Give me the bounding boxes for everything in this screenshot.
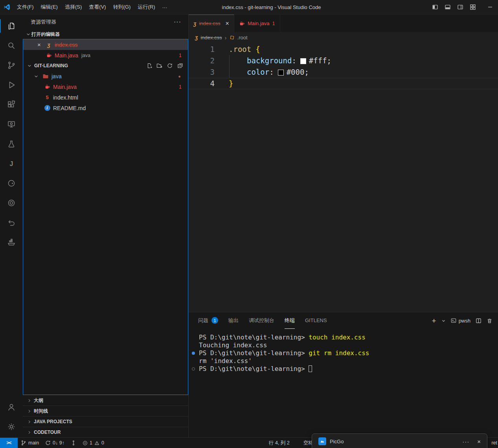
open-editor-item-main-java[interactable]: Main.java java 1 xyxy=(23,50,188,61)
codetour-icon[interactable] xyxy=(2,213,21,232)
powershell-icon xyxy=(451,318,456,323)
section-codetour[interactable]: CODETOUR xyxy=(23,427,188,437)
section-timeline[interactable]: 时间线 xyxy=(23,406,188,416)
window-title: index.css - git-learning - Visual Studio… xyxy=(222,4,321,10)
tree-item-index-html[interactable]: 5 index.html xyxy=(23,92,188,103)
open-editors-header[interactable]: 打开的编辑器 xyxy=(23,29,188,39)
sidebar-more-actions-icon[interactable]: ··· xyxy=(174,18,181,26)
menu-overflow[interactable]: ··· xyxy=(158,0,171,14)
explorer-icon[interactable] xyxy=(2,16,21,36)
tab-main-java[interactable]: Main.java 1 xyxy=(234,15,280,32)
new-file-icon[interactable] xyxy=(146,63,153,69)
settings-gear-icon[interactable] xyxy=(2,417,21,437)
folder-label: java xyxy=(51,73,62,79)
color-swatch-white[interactable] xyxy=(300,58,306,64)
editor-area: ʒ index.css × Main.java 1 ʒ index.css › xyxy=(189,15,498,437)
test-explorer-icon[interactable] xyxy=(2,193,21,213)
java-icon[interactable]: J xyxy=(2,154,21,173)
breadcrumb-file[interactable]: index.css xyxy=(200,35,222,41)
branch-status-item[interactable]: main xyxy=(18,438,42,448)
section-outline[interactable]: 大纲 xyxy=(23,395,188,406)
close-icon[interactable]: × xyxy=(226,20,229,27)
color-swatch-black[interactable] xyxy=(278,70,284,76)
sync-status-item[interactable]: 0↓ 9↑ xyxy=(42,438,68,448)
close-icon[interactable]: × xyxy=(37,41,44,48)
refresh-icon[interactable] xyxy=(167,63,173,69)
sidebar-title: 资源管理器 xyxy=(31,18,56,26)
css-file-icon: ʒ xyxy=(193,20,196,27)
open-editor-item-index-css[interactable]: × ʒ index.css xyxy=(23,39,188,50)
explorer-empty-space[interactable] xyxy=(23,113,188,395)
menu-selection[interactable]: 选择(S) xyxy=(61,0,85,14)
file-label: index.html xyxy=(53,94,78,101)
tree-item-readme-md[interactable]: i README.md xyxy=(23,103,188,113)
chevron-right-icon xyxy=(26,420,32,424)
menu-edit[interactable]: 编辑(E) xyxy=(37,0,61,14)
menu-view[interactable]: 查看(V) xyxy=(85,0,109,14)
problems-badge: 1 xyxy=(211,317,218,324)
terminal-dropdown-icon[interactable] xyxy=(441,319,446,323)
java-file-icon xyxy=(45,52,52,58)
tab-index-css[interactable]: ʒ index.css × xyxy=(189,15,234,32)
customize-layout-icon[interactable] xyxy=(470,4,476,10)
panel-tab-gitlens[interactable]: GITLENS xyxy=(305,312,327,329)
toggle-panel-icon[interactable] xyxy=(445,4,451,10)
docker-icon[interactable] xyxy=(2,232,21,252)
folder-java-icon xyxy=(42,73,49,79)
project-section-header[interactable]: GIT-LEARNING xyxy=(23,61,188,71)
problems-status-item[interactable]: 1 0 xyxy=(79,438,107,448)
collapse-all-icon[interactable] xyxy=(177,63,183,69)
panel-tab-debug-console[interactable]: 调试控制台 xyxy=(249,312,274,329)
source-control-icon[interactable] xyxy=(2,55,21,75)
error-icon xyxy=(83,441,88,446)
modified-dot: ● xyxy=(178,74,181,79)
terminal-instance-pwsh[interactable]: pwsh xyxy=(451,318,470,324)
gradle-icon[interactable] xyxy=(2,173,21,193)
line-number: 3 xyxy=(189,66,229,78)
kill-terminal-icon[interactable] xyxy=(487,318,492,324)
code-line-4[interactable]: 4 } xyxy=(189,78,498,89)
command-success-decoration[interactable] xyxy=(192,352,195,355)
terminal-line: PS D:\git\note\git-learning>touch index.… xyxy=(189,334,498,341)
menu-file[interactable]: 文件(F) xyxy=(13,0,37,14)
toggle-secondary-sidebar-icon[interactable] xyxy=(457,4,463,10)
new-folder-icon[interactable] xyxy=(156,63,163,69)
source-control-graph-icon[interactable] xyxy=(68,438,79,448)
explorer-tree: × ʒ index.css Main.java java 1 xyxy=(23,39,188,395)
menu-goto[interactable]: 转到(G) xyxy=(110,0,134,14)
remote-explorer-icon[interactable] xyxy=(2,114,21,134)
toggle-sidebar-icon[interactable] xyxy=(432,4,438,10)
tree-item-folder-java[interactable]: java ● xyxy=(23,71,188,81)
code-editor[interactable]: 1 .root{ 2 background:#fff; 3 color:#000… xyxy=(189,43,498,312)
section-java-projects[interactable]: JAVA PROJECTS xyxy=(23,416,188,427)
terminal-content[interactable]: PS D:\git\note\git-learning>touch index.… xyxy=(189,329,498,437)
editor-tabbar: ʒ index.css × Main.java 1 xyxy=(189,15,498,32)
panel-tab-terminal[interactable]: 终端 xyxy=(285,312,295,329)
minimize-icon[interactable] xyxy=(488,5,492,9)
split-terminal-icon[interactable] xyxy=(476,318,481,324)
tree-item-main-java[interactable]: Main.java 1 xyxy=(23,81,188,92)
extensions-icon[interactable] xyxy=(2,95,21,114)
code-line-1[interactable]: 1 .root{ xyxy=(189,44,498,55)
toast-close-icon[interactable]: × xyxy=(477,438,481,445)
search-icon[interactable] xyxy=(2,36,21,55)
account-icon[interactable] xyxy=(2,397,21,417)
cursor-position-item[interactable]: 行 4, 列 2 xyxy=(269,438,290,448)
code-line-2[interactable]: 2 background:#fff; xyxy=(189,55,498,66)
toast-more-actions-icon[interactable]: ··· xyxy=(462,438,469,445)
breadcrumb-symbol[interactable]: .root xyxy=(237,35,248,41)
menu-run[interactable]: 运行(R) xyxy=(134,0,158,14)
problem-count-badge: 1 xyxy=(179,84,182,90)
run-debug-icon[interactable] xyxy=(2,75,21,95)
code-line-3[interactable]: 3 color:#000; xyxy=(189,66,498,78)
branch-icon xyxy=(21,440,26,446)
chevron-down-icon xyxy=(26,63,33,68)
tab-label: Main.java xyxy=(248,20,270,26)
new-terminal-icon[interactable]: + xyxy=(432,317,436,324)
panel-tab-output[interactable]: 输出 xyxy=(228,312,239,329)
terminal-prompt-line[interactable]: PS D:\git\note\git-learning> xyxy=(189,365,498,373)
testing-icon[interactable] xyxy=(2,134,21,154)
panel-tab-problems[interactable]: 问题 1 xyxy=(198,312,218,329)
remote-indicator[interactable]: >< xyxy=(0,438,18,448)
terminal-line: Touching index.css xyxy=(189,341,498,349)
